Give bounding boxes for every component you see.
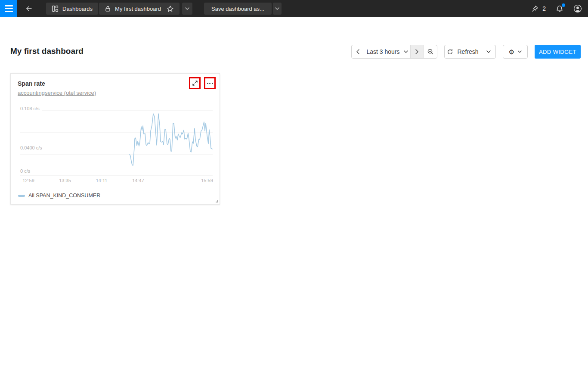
hamburger-menu-button[interactable]: [0, 0, 17, 17]
zoom-out-icon: [427, 48, 434, 55]
add-widget-button[interactable]: ADD WIDGET: [535, 45, 581, 59]
x-axis-tick-label: 15:59: [201, 178, 213, 183]
ellipsis-menu-icon: [207, 83, 213, 84]
y-axis-tick-label: 0.108 c/s: [20, 106, 42, 112]
favorite-star-button[interactable]: [167, 5, 174, 12]
dashboard-settings-button[interactable]: ⚙: [503, 45, 527, 58]
dashboard-tabs: Dashboards My first dashboard: [46, 3, 179, 15]
chevron-down-icon: [518, 50, 522, 53]
tab-dashboards-label: Dashboards: [62, 6, 93, 12]
x-axis-tick-label: 14:11: [96, 178, 108, 183]
annotation-box-expand[interactable]: [189, 77, 201, 89]
chevron-left-icon: [356, 49, 359, 54]
y-axis-tick-label: 0.0400 c/s: [20, 145, 44, 151]
chevron-down-icon: [275, 7, 279, 10]
chevron-down-icon: [486, 50, 491, 53]
x-axis-tick-label: 13:35: [59, 178, 71, 183]
timeframe-label: Last 3 hours: [366, 48, 399, 55]
save-dashboard-group: Save dashboard as...: [204, 3, 282, 15]
widget-resize-handle[interactable]: [215, 199, 218, 202]
zoom-out-timeframe-button[interactable]: [423, 45, 437, 58]
arrow-left-icon: [25, 5, 33, 12]
gear-icon: ⚙: [509, 49, 514, 55]
chevron-down-icon: [185, 7, 189, 10]
y-axis-tick-label: 0 c/s: [20, 168, 32, 174]
page-title: My first dashboard: [10, 47, 84, 56]
pin-icon: [531, 5, 538, 12]
resize-corner-icon: [215, 199, 218, 202]
refresh-icon: [447, 49, 453, 55]
pinned-items-count: 2: [542, 5, 546, 12]
top-bar: Dashboards My first dashboard Save dashb…: [0, 0, 588, 17]
tab-current-label: My first dashboard: [115, 6, 161, 12]
save-dashboard-as-button[interactable]: Save dashboard as...: [204, 3, 272, 15]
user-account-button[interactable]: [573, 4, 582, 13]
timeframe-control-group: Last 3 hours: [351, 45, 437, 59]
dashboard-settings-group: ⚙: [503, 45, 528, 59]
dashboard-content: My first dashboard Last 3 hours: [0, 17, 588, 392]
save-options-dropdown-button[interactable]: [273, 3, 282, 15]
tab-my-first-dashboard[interactable]: My first dashboard: [99, 3, 179, 15]
back-button[interactable]: [23, 3, 34, 15]
chart-series-line: [130, 114, 212, 165]
tab-options-dropdown-button[interactable]: [182, 3, 192, 15]
span-rate-widget[interactable]: Span rate accountingservice (otel servic…: [10, 73, 220, 205]
user-avatar-icon: [573, 4, 582, 13]
annotation-box-menu[interactable]: [204, 77, 216, 89]
chart-legend: All SPAN_KIND_CONSUMER: [18, 193, 100, 199]
widget-service-link[interactable]: accountingservice (otel service): [18, 90, 96, 96]
topbar-right-icons: 2: [531, 4, 582, 13]
chevron-right-icon: [415, 49, 418, 54]
legend-label: All SPAN_KIND_CONSUMER: [28, 193, 100, 199]
timeframe-next-button-disabled: [410, 45, 423, 58]
lock-icon: [105, 6, 111, 12]
refresh-button[interactable]: Refresh: [445, 45, 481, 58]
pinned-items-button[interactable]: 2: [531, 5, 546, 12]
x-axis-tick-label: 12:59: [22, 178, 34, 183]
refresh-control-group: Refresh: [444, 45, 496, 59]
legend-line-swatch: [18, 195, 25, 197]
notification-dot-badge: [562, 3, 565, 7]
notifications-button[interactable]: [556, 5, 563, 12]
auto-refresh-dropdown-disabled: [481, 45, 495, 58]
dashboards-icon: [52, 5, 59, 12]
timeframe-selector[interactable]: Last 3 hours: [364, 45, 410, 58]
tab-dashboards[interactable]: Dashboards: [46, 3, 98, 15]
expand-icon: [192, 80, 198, 86]
widget-title: Span rate: [18, 80, 45, 87]
chevron-down-icon: [404, 50, 408, 53]
x-axis-tick-label: 14:47: [132, 178, 144, 183]
star-icon: [167, 5, 174, 12]
refresh-label: Refresh: [457, 48, 478, 55]
timeframe-previous-button[interactable]: [352, 45, 364, 58]
